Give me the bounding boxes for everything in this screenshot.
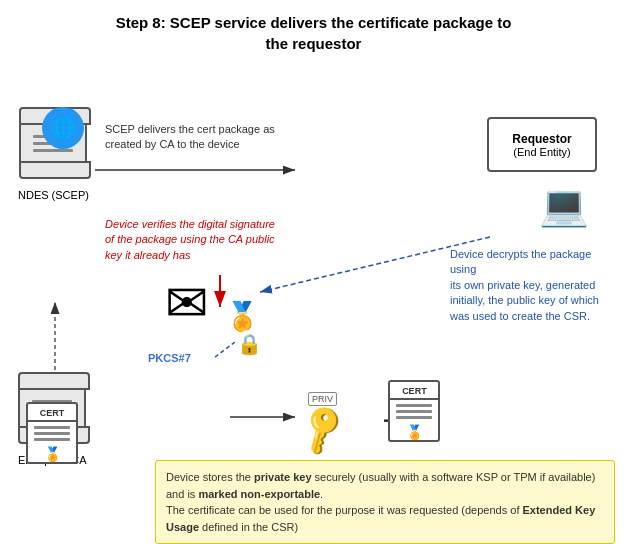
svg-line-8: [215, 342, 235, 357]
laptop-icon: 💻: [539, 182, 589, 229]
globe-icon: 🌐: [42, 107, 84, 149]
ndes-label: NDES (SCEP): [18, 189, 89, 201]
cert-badge-x509: CERT 🏅: [388, 380, 440, 442]
device-verifies-text: Device verifies the digital signature of…: [105, 218, 275, 261]
cert-title: CERT: [28, 408, 76, 422]
requestor-label-line1: Requestor: [512, 132, 571, 146]
award-icon: 🏅: [225, 300, 260, 333]
annotation-device-verifies: Device verifies the digital signature of…: [105, 217, 290, 263]
requestor-label-line2: (End Entity): [513, 146, 570, 158]
page-title: Step 8: SCEP service delivers the certif…: [0, 0, 627, 62]
lock-icon: 🔒: [235, 330, 264, 358]
cert-seal-icon: 🏅: [44, 446, 61, 462]
yellow-info-box: Device stores the private key securely (…: [155, 460, 615, 544]
title-line1: Step 8: SCEP service delivers the certif…: [116, 14, 512, 31]
x509-seal-icon: 🏅: [406, 424, 423, 440]
x509-cert-title: CERT: [390, 386, 438, 400]
diagram-area: NDES (SCEP) 🌐 Enterprise CA CERT 🏅 Reque…: [0, 62, 627, 544]
annotation-device-decrypts: Device decrypts the package using its ow…: [450, 247, 615, 324]
key-icon: 🔑: [293, 400, 353, 459]
requestor-box: Requestor (End Entity): [487, 117, 597, 172]
envelope-area: ✉: [165, 277, 209, 329]
scep-delivers-text: SCEP delivers the cert package as create…: [105, 123, 275, 150]
title-line2: the requestor: [266, 35, 362, 52]
annotation-scep-delivers: SCEP delivers the cert package as create…: [105, 122, 300, 153]
device-decrypts-text: Device decrypts the package using its ow…: [450, 248, 599, 322]
pkcs7-label: PKCS#7: [148, 352, 191, 364]
envelope-icon: ✉: [165, 277, 209, 329]
yellow-text: Device stores the private key securely (…: [166, 471, 595, 533]
private-key-area: PRIV 🔑: [300, 392, 345, 450]
x509-area: CERT 🏅 X.509: [400, 380, 429, 396]
